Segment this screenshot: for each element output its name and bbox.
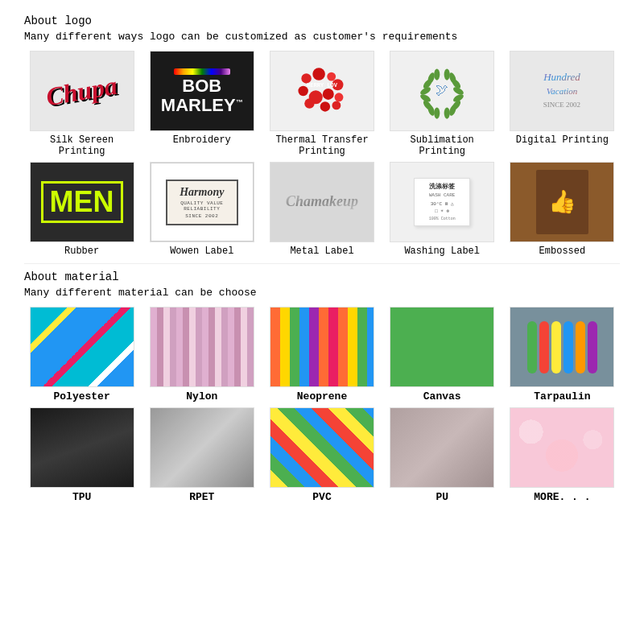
harmony-text: Harmony [174,186,230,199]
digital-label: Digital Printing [516,134,609,146]
bob-text: BOBMARLEY™ [161,76,243,115]
list-item: 👍 Embossed [505,162,620,257]
list-item: MORE. . . [505,407,620,503]
logo-row-1: Chupa Silk Sereen Printing BOBMARLEY™ En… [24,51,620,157]
sublimation-image: 🕊 [390,51,494,131]
bobmarley-image: BOBMARLEY™ [150,51,254,131]
list-item: Hundred Vacation SINCE 2002 Digital Prin… [505,51,620,157]
washing-image: 洗涤标签 WASH CARE 30°C ⊠ △ □ ☀ ⊗ 100% Cotto… [390,162,494,242]
neoprene-image [270,307,374,387]
list-item: BOBMARLEY™ Enbroidery [144,51,259,157]
svg-text:🕊: 🕊 [436,84,448,98]
cherry-image: HERRY LOV [270,51,374,131]
list-item: PU [385,407,500,503]
more-label: MORE. . . [534,491,590,503]
rpet-image [150,407,254,488]
nylon-image [150,307,254,387]
washing-label: Washing Label [404,246,480,257]
woven-subtitle: QUALITY VALUE RELIABILITY [174,200,230,212]
list-item: MEN Rubber [24,162,139,257]
rubber-label: Rubber [64,246,99,257]
svg-point-8 [304,98,314,108]
list-item: PVC [264,407,379,503]
tpu-image [30,407,134,488]
list-item: 洗涤标签 WASH CARE 30°C ⊠ △ □ ☀ ⊗ 100% Cotto… [385,162,500,257]
neoprene-label: Neoprene [297,390,347,402]
digital-text: Hundred Vacation SINCE 2002 [518,52,606,130]
logo-section: About logo Many different ways logo can … [24,14,620,257]
men-text: MEN [41,181,123,223]
list-item: TPU [24,407,139,503]
chupa-text: Chupa [44,70,120,112]
pvc-label: PVC [312,491,331,503]
list-item: RPET [144,407,259,503]
embossed-icon: 👍 [548,188,576,216]
sublimation-label: Sublimation Printing [385,134,500,157]
svg-text:Chamakeup: Chamakeup [286,193,358,209]
metal-label: Metal Label [290,246,353,257]
tarp-rolls [527,321,597,374]
woven-inner: Harmony QUALITY VALUE RELIABILITY SINCE … [166,180,238,225]
metal-image: Chamakeup [270,162,374,242]
metal-svg: Chamakeup [282,170,362,234]
tpu-label: TPU [72,491,91,503]
polyester-label: Polyester [53,390,109,402]
svg-text:Vacation: Vacation [547,86,578,96]
more-image [510,407,614,488]
canvas-label: Canvas [423,390,461,402]
svg-point-23 [434,107,440,118]
section-divider [24,263,620,264]
svg-text:SINCE 2002: SINCE 2002 [543,101,580,109]
logo-row-2: MEN Rubber Harmony QUALITY VALUE RELIABI… [24,162,620,257]
svg-text:HERRY LOV: HERRY LOV [307,82,338,89]
cherry-label: Thermal Transfer Printing [264,134,379,157]
list-item: Chamakeup Metal Label [264,162,379,257]
list-item: 🕊 Sublimation Printing [385,51,500,157]
rainbow-bar [174,68,230,75]
list-item: Nylon [144,307,259,402]
material-title: About material [24,270,620,283]
svg-point-9 [320,101,330,111]
list-item: Tarpaulin [505,307,620,402]
embossed-label: Embossed [539,246,586,257]
svg-point-15 [434,68,440,80]
cherry-inner: HERRY LOV [294,63,350,119]
digital-image: Hundred Vacation SINCE 2002 [510,51,614,131]
pvc-image [270,407,374,488]
rubber-image: MEN [30,162,134,242]
canvas-image [390,307,494,387]
woven-label: Wowen Label [170,246,233,257]
pu-image [390,407,494,488]
list-item: Polyester [24,307,139,402]
svg-text:Hundred: Hundred [543,71,581,83]
material-section: About material Many different material c… [24,270,620,503]
pu-label: PU [436,491,448,503]
material-row-1: Polyester Nylon Neoprene C [24,307,620,402]
chupa-label: Silk Sereen Printing [24,134,139,157]
svg-point-6 [323,89,334,100]
cherry-svg: HERRY LOV [294,55,350,127]
svg-point-7 [335,93,344,101]
svg-point-2 [327,72,336,81]
svg-point-10 [332,101,341,109]
polyester-image [30,307,134,387]
chupa-image: Chupa [30,51,134,131]
material-desc: Many different material can be choose [24,287,620,299]
list-item: Harmony QUALITY VALUE RELIABILITY SINCE … [144,162,259,257]
material-row-2: TPU RPET PVC PU [24,407,620,503]
bobmarley-label: Enbroidery [173,134,231,146]
tarpaulin-image [510,307,614,387]
wreath-svg: 🕊 [410,59,474,123]
logo-desc: Many different ways logo can be customiz… [24,31,620,43]
nylon-label: Nylon [186,390,217,402]
woven-image: Harmony QUALITY VALUE RELIABILITY SINCE … [150,162,254,242]
list-item: HERRY LOV Thermal Transfer Printing [264,51,379,157]
svg-point-1 [312,68,325,80]
woven-since: SINCE 2002 [174,213,230,219]
list-item: Canvas [385,307,500,402]
list-item: Neoprene [264,307,379,402]
logo-title: About logo [24,14,620,27]
rpet-label: RPET [189,491,214,503]
tarpaulin-label: Tarpaulin [534,390,590,402]
embossed-inner: 👍 [536,170,588,234]
